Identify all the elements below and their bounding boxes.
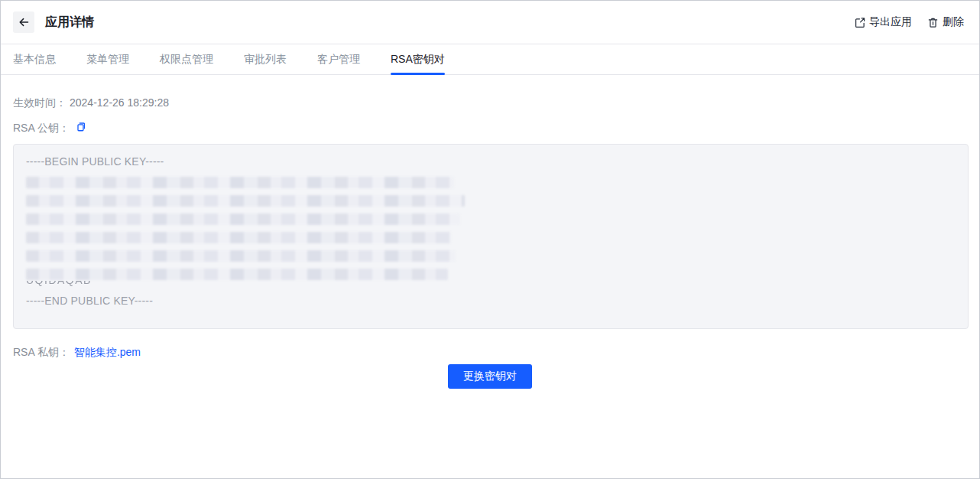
redacted-key-line: [26, 177, 454, 188]
export-app-button[interactable]: 导出应用: [854, 15, 912, 29]
tab-label: RSA密钥对: [391, 53, 445, 67]
public-key-partial-line: UQIDAQAB: [26, 281, 956, 288]
delete-label: 删除: [943, 15, 964, 29]
tab-approval-list[interactable]: 审批列表: [244, 44, 287, 74]
tab-permission-management[interactable]: 权限点管理: [160, 44, 213, 74]
redacted-key-line: [26, 269, 448, 280]
redacted-key-line: [26, 250, 456, 262]
export-app-label: 导出应用: [869, 15, 912, 29]
trash-icon: [927, 17, 939, 28]
tab-label: 菜单管理: [86, 53, 129, 67]
tab-label: 客户管理: [317, 53, 360, 67]
page-header: 应用详情 导出应用 删除: [1, 1, 979, 44]
public-key-begin-line: -----BEGIN PUBLIC KEY-----: [26, 154, 956, 169]
copy-public-key-button[interactable]: [76, 121, 87, 135]
app-detail-window: 应用详情 导出应用 删除: [0, 0, 980, 479]
public-key-end-line: -----END PUBLIC KEY-----: [26, 293, 956, 308]
delete-button[interactable]: 删除: [927, 15, 964, 29]
tab-customer-management[interactable]: 客户管理: [317, 44, 360, 74]
public-key-partial-text: UQIDAQAB: [26, 281, 956, 286]
arrow-left-icon: [18, 16, 30, 28]
export-icon: [854, 17, 865, 28]
effective-time-row: 生效时间： 2024-12-26 18:29:28: [13, 95, 967, 110]
tab-bar: 基本信息 菜单管理 权限点管理 审批列表 客户管理 RSA密钥对: [1, 44, 979, 75]
tab-label: 权限点管理: [160, 53, 213, 67]
tab-label: 审批列表: [244, 53, 287, 67]
button-row: 更换密钥对: [13, 364, 967, 389]
redacted-key-line: [26, 232, 451, 243]
redacted-key-line: [26, 213, 460, 225]
private-key-label: RSA 私钥：: [13, 344, 70, 360]
tab-label: 基本信息: [13, 53, 56, 67]
private-key-file-link[interactable]: 智能集控.pem: [74, 344, 141, 360]
redacted-key-line: [26, 195, 465, 207]
private-key-row: RSA 私钥： 智能集控.pem: [13, 344, 967, 360]
effective-time-value: 2024-12-26 18:29:28: [70, 95, 169, 110]
public-key-row: RSA 公钥：: [13, 120, 967, 135]
public-key-box: -----BEGIN PUBLIC KEY----- UQIDAQAB ----…: [13, 144, 969, 329]
tab-rsa-keypair[interactable]: RSA密钥对: [391, 44, 445, 74]
tab-menu-management[interactable]: 菜单管理: [86, 44, 129, 74]
public-key-label: RSA 公钥：: [13, 120, 70, 135]
tab-panel-rsa-keypair: 生效时间： 2024-12-26 18:29:28 RSA 公钥： -----B…: [1, 75, 979, 389]
back-button[interactable]: [13, 11, 34, 33]
page-title: 应用详情: [45, 15, 94, 31]
replace-keypair-button[interactable]: 更换密钥对: [448, 364, 532, 389]
tab-basic-info[interactable]: 基本信息: [13, 44, 56, 74]
copy-icon: [76, 121, 87, 135]
effective-time-label: 生效时间：: [13, 95, 67, 110]
header-actions: 导出应用 删除: [854, 15, 964, 29]
